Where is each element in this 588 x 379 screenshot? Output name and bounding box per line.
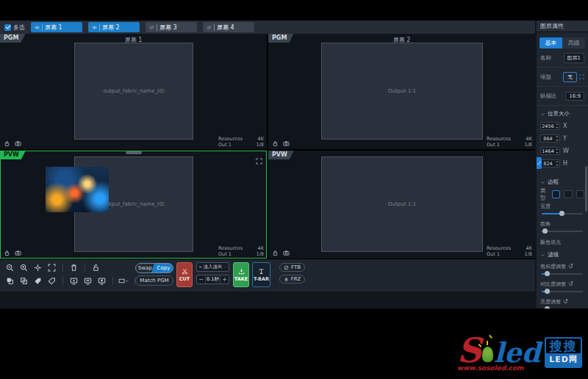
tbar-button[interactable]: T-BAR [252, 262, 270, 287]
multi-select-control[interactable]: 多选 [4, 24, 25, 32]
fit-view-icon[interactable] [32, 263, 43, 272]
take-button[interactable]: TAKE [233, 262, 249, 287]
tab-label: 屏幕 2 [102, 24, 120, 32]
expand-view-icon[interactable] [46, 263, 57, 272]
watermark: Sled www.sosoled.com 搜搜 LED网 [457, 333, 582, 372]
clear-icon[interactable] [68, 263, 79, 272]
border-type-option-3[interactable] [576, 190, 584, 198]
reset-icon[interactable]: ↺ [563, 299, 568, 305]
slider-thumb[interactable] [545, 271, 550, 276]
copy-option[interactable]: Copy [154, 264, 173, 272]
layout-select-icon[interactable] [118, 276, 129, 286]
slider-thumb[interactable] [559, 211, 564, 216]
zoom-out-icon[interactable] [4, 263, 15, 272]
color-fill-label[interactable]: 颜色填充 [537, 236, 588, 247]
unlock-icon[interactable] [90, 263, 101, 272]
aspect-label: 纵横比 [540, 93, 557, 100]
screen-hdmi-icon[interactable] [82, 276, 93, 286]
pgm-quadrant-screen2[interactable]: PGM 屏幕 2 Output 1:1 Resources4K Out 11/8 [268, 34, 535, 149]
tag-outline-icon[interactable] [46, 276, 57, 286]
brightness-slider[interactable] [542, 306, 583, 308]
slider-thumb[interactable] [545, 289, 550, 294]
led-bulb-icon [482, 347, 493, 362]
scale-none-button[interactable]: 无 [563, 72, 577, 82]
multi-select-label: 多选 [13, 24, 25, 32]
slider-thumb[interactable] [542, 228, 548, 234]
resources-info: Resources4K Out 11/8 [218, 245, 264, 257]
tab-basic[interactable]: 基本 [539, 37, 562, 48]
zoom-in-icon[interactable] [18, 263, 29, 272]
fullscreen-icon[interactable] [256, 154, 262, 167]
watermark-badge: 搜搜 LED网 [545, 337, 582, 369]
ftb-button[interactable]: FTB [279, 263, 305, 272]
reset-icon[interactable]: ↺ [568, 281, 573, 287]
swap-option[interactable]: Swap [136, 264, 154, 272]
tab-screen-2[interactable]: 屏幕 2 [88, 22, 140, 32]
border-radius-slider[interactable] [542, 228, 583, 235]
slider-thumb[interactable] [545, 306, 550, 309]
screen-apply-icon[interactable] [68, 276, 79, 286]
brightness-label: 亮度调整 ↺ [537, 296, 588, 305]
reset-icon[interactable]: ↺ [568, 264, 573, 270]
tab-screen-1[interactable]: 屏幕 1 [31, 22, 82, 32]
y-field-row: 864 Y [537, 132, 588, 145]
y-input[interactable]: 864 [540, 134, 560, 142]
saturation-slider[interactable] [542, 270, 583, 278]
border-radius-label: 圆角 [537, 218, 588, 227]
tab-advanced[interactable]: 高级 [562, 37, 585, 48]
duration-stepper[interactable]: − 0.1秒 + [196, 275, 229, 284]
fade-to-black-icon [284, 265, 289, 270]
pvw-quadrant[interactable]: PVW Output 1:1 Resources4K Out 11/8 [268, 151, 535, 259]
border-width-slider[interactable] [542, 210, 583, 217]
layer-thumbnail[interactable] [46, 167, 109, 212]
match-pgm-button[interactable]: Match PGM [135, 275, 173, 286]
freeze-button[interactable]: FRZ [279, 275, 305, 284]
swap-copy-toggle[interactable]: Swap Copy [135, 263, 173, 273]
h-input[interactable]: 824 [540, 159, 560, 167]
lock-icon[interactable] [272, 250, 279, 256]
aspect-value-input[interactable]: 16:9 [565, 92, 584, 101]
camera-icon[interactable] [15, 250, 21, 256]
tab-screen-3[interactable]: 屏幕 3 [146, 22, 197, 32]
duration-plus-button[interactable]: + [220, 275, 229, 284]
x-input[interactable]: 2456 [540, 122, 560, 130]
border-type-option-2[interactable] [564, 190, 572, 198]
layer-order-icon[interactable] [18, 276, 29, 286]
snowflake-icon [284, 277, 289, 282]
drag-handle[interactable] [126, 151, 142, 154]
link-aspect-icon[interactable] [537, 157, 542, 169]
lock-icon[interactable] [4, 250, 10, 256]
cut-button[interactable]: CUT [176, 262, 193, 287]
chevron-down-icon [540, 253, 545, 258]
eye-off-icon [149, 25, 154, 30]
multi-select-checkbox[interactable] [4, 24, 11, 31]
lock-icon[interactable] [4, 140, 10, 147]
scale-fill-icon[interactable] [579, 74, 584, 79]
panel-scrollbar[interactable] [585, 166, 587, 212]
border-section-header[interactable]: 边框 [537, 174, 588, 188]
w-input[interactable]: 1464 [540, 147, 560, 155]
transition-select[interactable]: 淡入淡出 [196, 262, 229, 272]
pgm-quadrant-screen1[interactable]: PGM 屏幕 1 output_fabric_name_(0) Resource… [0, 34, 267, 149]
output-canvas[interactable]: output_fabric_name_(0) [74, 43, 193, 140]
position-size-section-header[interactable]: 位置大小 [537, 106, 588, 120]
camera-icon[interactable] [283, 140, 290, 147]
output-canvas[interactable]: Output 1:1 [321, 43, 483, 140]
bring-front-icon[interactable] [4, 276, 15, 286]
pvw-quadrant-active[interactable]: PVW output_fabric_name_(0) Resources4K O… [0, 151, 267, 259]
tag-filled-icon[interactable] [32, 276, 43, 286]
layer-name-input[interactable]: 图层1 [564, 53, 584, 63]
filter-section-header[interactable]: 滤镜 [537, 247, 588, 261]
contrast-slider[interactable] [542, 288, 583, 295]
border-type-option-1[interactable] [552, 190, 560, 198]
duration-minus-button[interactable]: − [197, 275, 205, 284]
camera-icon[interactable] [283, 250, 290, 256]
camera-icon[interactable] [15, 140, 21, 147]
tab-screen-4[interactable]: 屏幕 4 [203, 22, 254, 32]
output-canvas[interactable]: Output 1:1 [321, 156, 483, 252]
screen-close-icon[interactable] [96, 276, 107, 286]
name-row: 名称 图层1 [537, 48, 588, 68]
quadrant-tools [4, 250, 21, 256]
lock-icon[interactable] [272, 140, 279, 147]
panel-tabs: 基本 高级 [539, 37, 585, 48]
